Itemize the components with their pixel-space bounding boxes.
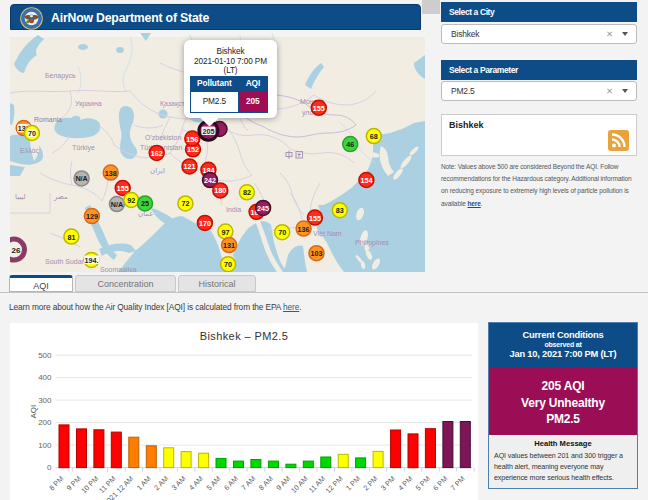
svg-text:245: 245 [257, 204, 269, 213]
svg-text:162: 162 [151, 149, 163, 158]
svg-text:70: 70 [278, 228, 286, 237]
svg-text:400: 400 [38, 373, 52, 382]
svg-text:155: 155 [313, 104, 325, 113]
svg-text:129: 129 [86, 212, 98, 221]
svg-text:11 AM: 11 AM [307, 474, 327, 494]
svg-text:500: 500 [38, 351, 52, 360]
svg-text:6 PM: 6 PM [431, 474, 449, 492]
svg-text:138: 138 [105, 169, 117, 178]
svg-text:مصر: مصر [53, 193, 68, 201]
svg-text:4 AM: 4 AM [187, 474, 205, 492]
svg-text:25: 25 [141, 199, 149, 208]
svg-text:ليبيا: ليبيا [15, 193, 26, 200]
svg-text:12 PM: 12 PM [324, 474, 345, 495]
svg-text:194.: 194. [85, 256, 99, 265]
svg-text:97: 97 [221, 228, 229, 237]
svg-text:2 AM: 2 AM [152, 474, 170, 492]
svg-text:3 AM: 3 AM [170, 474, 188, 492]
svg-text:Украина: Украина [75, 100, 102, 108]
svg-text:10 AM: 10 AM [289, 474, 310, 495]
svg-text:O'zbekiston: O'zbekiston [145, 134, 181, 141]
svg-text:Romania: Romania [34, 116, 62, 123]
svg-text:155: 155 [117, 184, 129, 193]
svg-text:82: 82 [243, 188, 251, 197]
svg-text:136: 136 [298, 225, 310, 234]
svg-text:46: 46 [346, 140, 354, 149]
svg-text:3 PM: 3 PM [379, 474, 397, 492]
svg-text:Philippines: Philippines [355, 239, 389, 247]
svg-text:92: 92 [127, 196, 135, 205]
svg-text:ایران: ایران [150, 167, 165, 175]
svg-text:4 PM: 4 PM [396, 474, 414, 492]
svg-text:N/A: N/A [111, 200, 123, 209]
svg-text:131: 131 [223, 241, 235, 250]
svg-text:2 PM: 2 PM [361, 474, 379, 492]
svg-text:8 PM: 8 PM [47, 474, 65, 492]
svg-text:103: 103 [311, 249, 323, 258]
svg-text:Soomaaliya: Soomaaliya [100, 266, 137, 272]
svg-text:242: 242 [204, 176, 216, 185]
svg-text:Ελλάς: Ελλάς [20, 147, 40, 155]
svg-text:1 AM: 1 AM [135, 474, 153, 492]
svg-text:205: 205 [202, 127, 214, 136]
svg-text:70: 70 [28, 129, 36, 138]
svg-text:1 PM: 1 PM [344, 474, 362, 492]
svg-text:6 AM: 6 AM [222, 474, 240, 492]
svg-text:26: 26 [12, 246, 21, 255]
svg-text:5 AM: 5 AM [205, 474, 223, 492]
svg-text:India: India [226, 206, 241, 213]
svg-text:N/A: N/A [75, 174, 87, 183]
svg-text:7 AM: 7 AM [239, 474, 257, 492]
svg-text:7 PM: 7 PM [449, 474, 467, 492]
svg-text:300: 300 [38, 396, 52, 405]
svg-text:5 PM: 5 PM [414, 474, 432, 492]
svg-text:154: 154 [360, 176, 372, 185]
svg-text:Việt Nam: Việt Nam [313, 230, 342, 237]
svg-text:South Sudan: South Sudan [45, 258, 86, 265]
svg-text:156: 156 [186, 135, 198, 144]
svg-text:155: 155 [309, 214, 321, 223]
svg-text:121: 121 [184, 162, 196, 171]
svg-text:70: 70 [224, 260, 232, 269]
svg-text:200: 200 [38, 418, 52, 427]
svg-text:Беларусь: Беларусь [45, 72, 76, 80]
svg-text:81: 81 [67, 233, 75, 242]
svg-text:68: 68 [370, 132, 378, 141]
svg-text:180: 180 [214, 186, 226, 195]
svg-text:10 PM: 10 PM [79, 474, 100, 495]
svg-text:0: 0 [47, 463, 52, 472]
svg-text:AQI: AQI [29, 405, 38, 419]
svg-text:72: 72 [181, 199, 189, 208]
svg-text:83: 83 [336, 206, 344, 215]
svg-text:8 AM: 8 AM [257, 474, 275, 492]
svg-text:Bishkek – PM2.5: Bishkek – PM2.5 [200, 330, 289, 342]
svg-text:170: 170 [199, 219, 211, 228]
svg-text:Türkiye: Türkiye [72, 144, 95, 152]
svg-text:100: 100 [38, 441, 52, 450]
